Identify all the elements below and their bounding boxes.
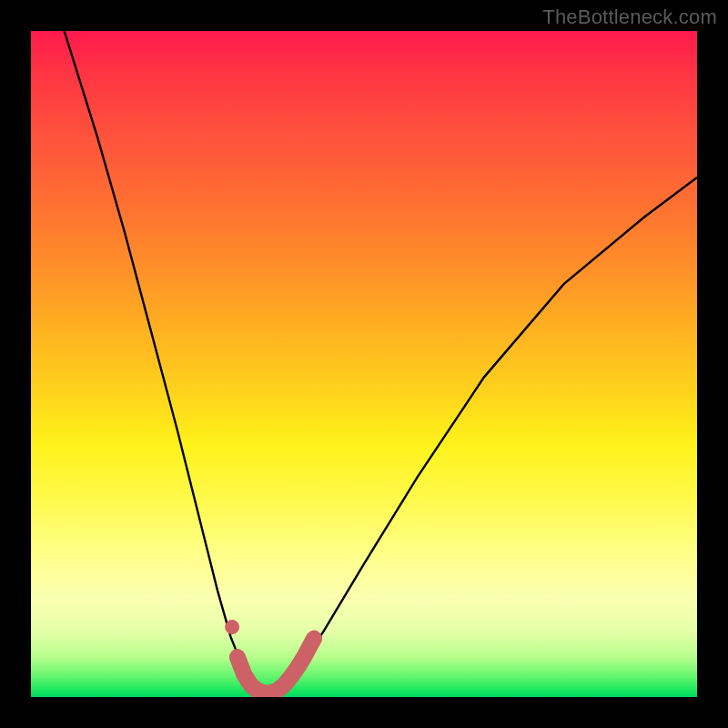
thick-segment xyxy=(238,639,314,693)
curve-line xyxy=(65,31,697,693)
chart-svg xyxy=(31,31,697,697)
watermark-text: TheBottleneck.com xyxy=(542,5,717,29)
dot-left xyxy=(225,620,239,634)
chart-frame: TheBottleneck.com xyxy=(0,0,728,728)
chart-plot-area xyxy=(31,31,697,697)
bottleneck-curve xyxy=(65,31,697,693)
thick-overlay xyxy=(225,620,314,693)
